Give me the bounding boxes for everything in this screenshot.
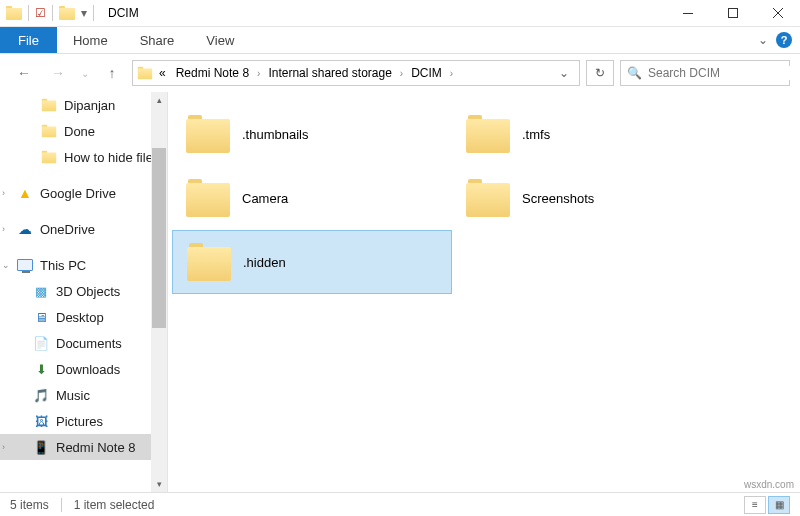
chevron-right-icon[interactable]: › (2, 224, 5, 234)
folder-icon (186, 179, 230, 217)
details-view-button[interactable]: ≡ (744, 496, 766, 514)
sidebar-item-label: 3D Objects (56, 284, 120, 299)
scroll-up-icon[interactable]: ▴ (151, 92, 167, 108)
sidebar-item-label: How to hide files (64, 150, 159, 165)
sidebar-item-this-pc[interactable]: ⌄This PC (0, 252, 167, 278)
refresh-button[interactable]: ↻ (586, 60, 614, 86)
status-selection: 1 item selected (74, 498, 155, 512)
breadcrumb-overflow[interactable]: « (155, 66, 170, 80)
window-title: DCIM (108, 6, 139, 20)
folder-item-tmfs[interactable]: .tmfs (452, 102, 712, 166)
navigation-pane[interactable]: Dipanjan Done How to hide files ›▲Google… (0, 92, 168, 492)
folder-icon (466, 115, 510, 153)
watermark: wsxdn.com (744, 479, 794, 490)
sidebar-item-label: Documents (56, 336, 122, 351)
folder-icon (187, 243, 231, 281)
breadcrumb[interactable]: Redmi Note 8 (172, 66, 253, 80)
sidebar-item-pictures[interactable]: 🖼Pictures (0, 408, 167, 434)
item-label: .thumbnails (242, 127, 308, 142)
item-label: .hidden (243, 255, 286, 270)
qat-dropdown-icon[interactable]: ▾ (81, 6, 87, 20)
sidebar-item-howto[interactable]: How to hide files (0, 144, 167, 170)
folder-item-hidden[interactable]: .hidden (172, 230, 452, 294)
new-folder-icon[interactable] (59, 6, 75, 20)
sidebar-item-desktop[interactable]: 🖥Desktop (0, 304, 167, 330)
search-icon: 🔍 (627, 66, 642, 80)
forward-button[interactable]: → (44, 59, 72, 87)
sidebar-item-documents[interactable]: 📄Documents (0, 330, 167, 356)
scroll-down-icon[interactable]: ▾ (151, 476, 167, 492)
sidebar-item-3d-objects[interactable]: ▩3D Objects (0, 278, 167, 304)
address-dropdown-icon[interactable]: ⌄ (553, 66, 575, 80)
address-bar[interactable]: « Redmi Note 8 › Internal shared storage… (132, 60, 580, 86)
folder-icon (42, 151, 56, 164)
sidebar-item-label: Dipanjan (64, 98, 115, 113)
breadcrumb[interactable]: Internal shared storage (264, 66, 395, 80)
sidebar-item-label: Desktop (56, 310, 104, 325)
folder-item-screenshots[interactable]: Screenshots (452, 166, 712, 230)
sidebar-item-downloads[interactable]: ⬇Downloads (0, 356, 167, 382)
maximize-button[interactable] (710, 0, 755, 27)
large-icons-view-button[interactable]: ▦ (768, 496, 790, 514)
file-tab[interactable]: File (0, 27, 57, 53)
item-label: Screenshots (522, 191, 594, 206)
chevron-right-icon[interactable]: › (255, 68, 262, 79)
separator (93, 5, 94, 21)
sidebar-item-label: Google Drive (40, 186, 116, 201)
window-controls (665, 0, 800, 27)
sidebar-item-label: This PC (40, 258, 86, 273)
chevron-right-icon[interactable]: › (398, 68, 405, 79)
sidebar-item-music[interactable]: 🎵Music (0, 382, 167, 408)
folder-icon (42, 125, 56, 138)
back-button[interactable]: ← (10, 59, 38, 87)
chevron-right-icon[interactable]: › (2, 442, 5, 452)
google-drive-icon: ▲ (16, 184, 34, 202)
sidebar-scrollbar[interactable]: ▴ ▾ (151, 92, 167, 492)
search-input[interactable] (648, 66, 798, 80)
chevron-right-icon[interactable]: › (448, 68, 455, 79)
folder-icon (466, 179, 510, 217)
sidebar-item-redmi-note-8[interactable]: ›📱Redmi Note 8 (0, 434, 167, 460)
help-icon[interactable]: ? (776, 32, 792, 48)
title-bar: ☑ ▾ DCIM (0, 0, 800, 27)
pc-icon (16, 256, 34, 274)
item-label: Camera (242, 191, 288, 206)
tab-view[interactable]: View (190, 27, 250, 53)
onedrive-icon: ☁ (16, 220, 34, 238)
tab-share[interactable]: Share (124, 27, 191, 53)
sidebar-item-onedrive[interactable]: ›☁OneDrive (0, 216, 167, 242)
breadcrumb[interactable]: DCIM (407, 66, 446, 80)
recent-locations-button[interactable]: ⌄ (78, 59, 92, 87)
item-label: .tmfs (522, 127, 550, 142)
main-area: Dipanjan Done How to hide files ›▲Google… (0, 92, 800, 492)
folder-item-thumbnails[interactable]: .thumbnails (172, 102, 452, 166)
phone-icon: 📱 (32, 438, 50, 456)
svg-rect-0 (683, 13, 693, 14)
search-box[interactable]: 🔍 (620, 60, 790, 86)
view-toggles: ≡ ▦ (744, 496, 790, 514)
tab-home[interactable]: Home (57, 27, 124, 53)
separator (52, 5, 53, 21)
close-button[interactable] (755, 0, 800, 27)
chevron-down-icon[interactable]: ⌄ (2, 260, 10, 270)
up-button[interactable]: ↑ (98, 59, 126, 87)
sidebar-item-done[interactable]: Done (0, 118, 167, 144)
navigation-row: ← → ⌄ ↑ « Redmi Note 8 › Internal shared… (0, 54, 800, 92)
items-view[interactable]: .thumbnails .tmfs Camera Screenshots .hi… (168, 92, 800, 492)
folder-item-camera[interactable]: Camera (172, 166, 452, 230)
minimize-icon (683, 13, 693, 14)
chevron-right-icon[interactable]: › (2, 188, 5, 198)
sidebar-item-label: Pictures (56, 414, 103, 429)
sidebar-item-google-drive[interactable]: ›▲Google Drive (0, 180, 167, 206)
expand-ribbon-icon[interactable]: ⌄ (758, 33, 768, 47)
address-folder-icon (138, 67, 152, 80)
sidebar-item-dipanjan[interactable]: Dipanjan (0, 92, 167, 118)
ribbon-right: ⌄ ? (758, 27, 800, 53)
folder-icon (186, 115, 230, 153)
scroll-thumb[interactable] (152, 148, 166, 328)
minimize-button[interactable] (665, 0, 710, 27)
properties-icon[interactable]: ☑ (35, 6, 46, 20)
status-item-count: 5 items (10, 498, 49, 512)
app-folder-icon (6, 6, 22, 20)
music-icon: 🎵 (32, 386, 50, 404)
